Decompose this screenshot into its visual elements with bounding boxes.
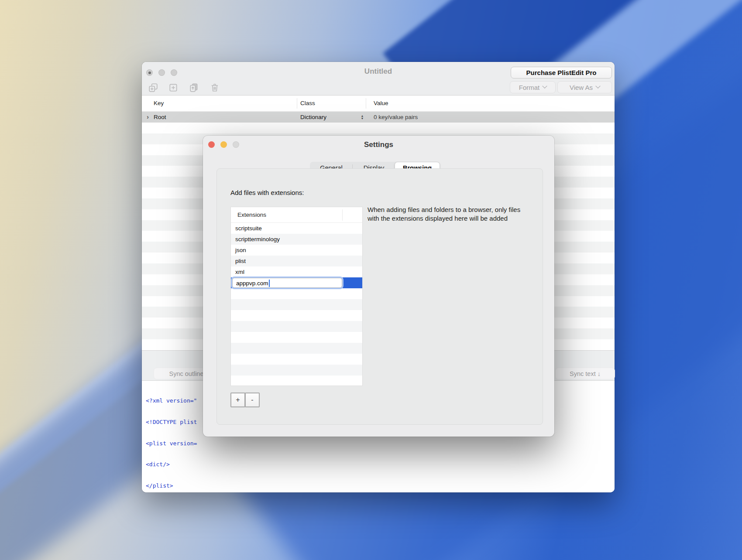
purchase-button[interactable]: Purchase PlistEdit Pro xyxy=(511,67,612,79)
delete-button[interactable] xyxy=(209,82,221,94)
add-sibling-icon xyxy=(168,83,178,92)
xml-line: <dict/> xyxy=(146,461,197,468)
extension-row[interactable]: json xyxy=(231,245,362,256)
extensions-column-header: Extensions xyxy=(237,212,266,218)
format-dropdown[interactable]: Format xyxy=(510,81,556,93)
sync-text-button[interactable]: Sync text ↓ xyxy=(555,368,615,379)
extension-row[interactable]: scriptterminology xyxy=(231,234,362,245)
stripe-row xyxy=(231,354,362,365)
view-as-dropdown-label: View As xyxy=(570,84,593,91)
title-bar: Untitled Purchase PlistEdit Pro xyxy=(142,62,615,96)
extension-label: json xyxy=(235,247,246,253)
column-divider xyxy=(366,98,366,109)
chevron-down-icon xyxy=(595,84,600,89)
settings-dialog: Settings General Display Browsing Add fi… xyxy=(203,136,554,437)
extension-label: scriptterminology xyxy=(235,236,280,242)
extensions-empty-rows xyxy=(231,288,362,386)
column-divider xyxy=(342,209,343,221)
extension-row[interactable]: xml xyxy=(231,266,362,277)
stripe-row xyxy=(231,310,362,321)
view-as-dropdown[interactable]: View As xyxy=(557,81,612,93)
add-child-button[interactable] xyxy=(147,82,159,94)
xml-line: <?xml version=" xyxy=(146,397,197,404)
duplicate-up-icon xyxy=(189,83,199,92)
desktop: Untitled Purchase PlistEdit Pro xyxy=(0,0,742,560)
dialog-title: Settings xyxy=(203,140,554,149)
remove-extension-button[interactable]: - xyxy=(245,393,260,407)
promote-button[interactable] xyxy=(188,82,200,94)
trash-icon xyxy=(210,83,220,92)
browsing-description: When adding files and folders to a brows… xyxy=(368,205,530,222)
stripe-row xyxy=(231,288,362,299)
add-extension-button[interactable]: + xyxy=(230,393,245,407)
extension-edit-value: apppvp.com xyxy=(236,280,268,287)
extension-label: scriptsuite xyxy=(235,225,262,232)
extensions-table-header[interactable]: Extensions xyxy=(231,207,362,223)
extensions-table: Extensions scriptsuite scriptterminology… xyxy=(230,207,363,386)
column-divider xyxy=(297,98,297,109)
stripe-row xyxy=(142,123,615,133)
extension-row[interactable]: scriptsuite xyxy=(231,223,362,234)
add-child-icon xyxy=(148,83,158,92)
stripe-row xyxy=(231,365,362,376)
format-dropdown-label: Format xyxy=(519,84,540,91)
stripe-row xyxy=(231,321,362,332)
chevron-down-icon xyxy=(543,84,547,89)
outline-row-root[interactable]: › Root Dictionary ▲▼ 0 key/value pairs xyxy=(142,112,615,123)
root-class-cell: Dictionary xyxy=(300,114,326,120)
xml-line: </plist> xyxy=(146,482,197,489)
class-stepper-icon[interactable]: ▲▼ xyxy=(359,112,365,122)
browsing-settings-panel: Add files with extensions: Extensions sc… xyxy=(216,168,543,425)
column-header-row: Key Class Value xyxy=(142,96,615,112)
add-sibling-button[interactable] xyxy=(167,82,179,94)
column-header-class[interactable]: Class xyxy=(300,100,315,106)
extension-edit-input[interactable]: apppvp.com xyxy=(232,278,342,288)
extension-row-selected[interactable]: apppvp.com xyxy=(231,277,362,288)
extension-row[interactable]: plist xyxy=(231,256,362,266)
column-header-value[interactable]: Value xyxy=(374,100,388,106)
root-key-cell: Root xyxy=(154,114,166,120)
root-value-cell: 0 key/value pairs xyxy=(374,114,418,120)
disclosure-triangle-icon[interactable]: › xyxy=(147,113,149,120)
stripe-row xyxy=(231,343,362,354)
stripe-row xyxy=(231,299,362,310)
xml-line: <plist version= xyxy=(146,440,197,447)
text-caret xyxy=(269,280,270,287)
extension-label: plist xyxy=(235,258,246,264)
stripe-row xyxy=(231,376,362,386)
section-label: Add files with extensions: xyxy=(230,189,304,196)
stripe-row xyxy=(231,332,362,343)
xml-line: <!DOCTYPE plist xyxy=(146,419,197,426)
extension-label: xml xyxy=(235,269,244,275)
column-header-key[interactable]: Key xyxy=(154,100,164,106)
